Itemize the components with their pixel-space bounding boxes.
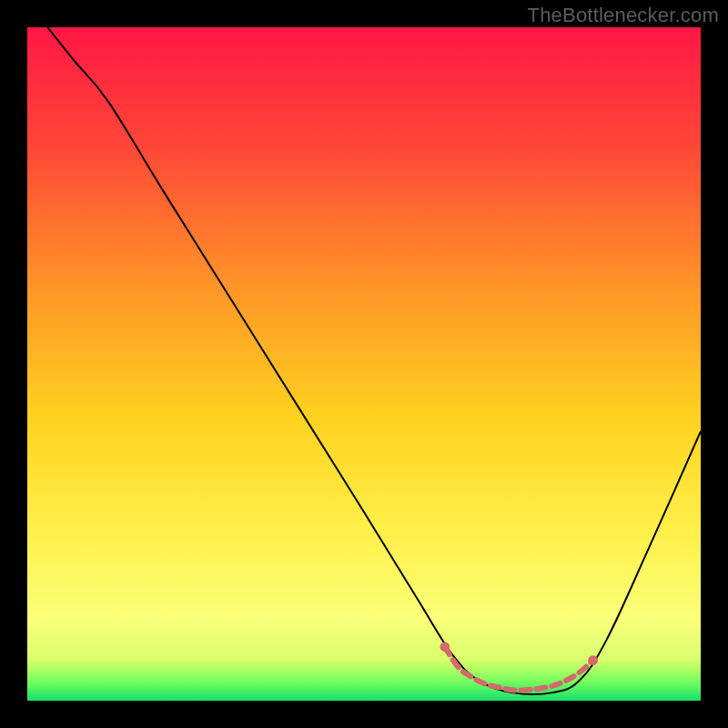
svg-point-0 xyxy=(440,642,450,652)
chart-frame: TheBottlenecker.com xyxy=(0,0,728,728)
bottleneck-chart xyxy=(27,27,701,701)
watermark-label: TheBottlenecker.com xyxy=(528,4,719,27)
svg-point-1 xyxy=(588,655,598,665)
gradient-background xyxy=(27,27,701,701)
